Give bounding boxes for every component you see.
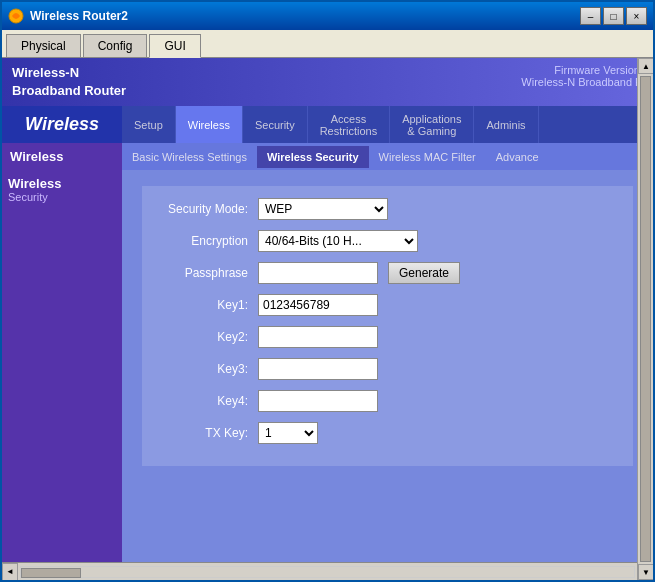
sub-nav-section-title: Wireless xyxy=(10,149,114,164)
nav-wireless[interactable]: Wireless xyxy=(176,106,243,143)
close-button[interactable]: × xyxy=(626,7,647,25)
key3-row: Key3: xyxy=(158,358,617,380)
nav-admin[interactable]: Adminis xyxy=(474,106,538,143)
key1-input[interactable] xyxy=(258,294,378,316)
window-title: Wireless Router2 xyxy=(30,9,580,23)
subnav-basic[interactable]: Basic Wireless Settings xyxy=(122,146,257,168)
tab-physical[interactable]: Physical xyxy=(6,34,81,57)
key4-label: Key4: xyxy=(158,394,248,408)
app-icon xyxy=(8,8,24,24)
key2-input[interactable] xyxy=(258,326,378,348)
security-mode-select[interactable]: WEP Disabled WPA Personal WPA2 Personal xyxy=(258,198,388,220)
main-panel: Wireless Security Security Mode: WEP Dis… xyxy=(2,170,653,562)
router-header: Wireless-N Broadband Router Firmware Ver… xyxy=(2,58,653,106)
txkey-row: TX Key: 1 2 3 4 xyxy=(158,422,617,444)
security-form: Security Mode: WEP Disabled WPA Personal… xyxy=(142,186,633,466)
encryption-label: Encryption xyxy=(158,234,248,248)
passphrase-label: Passphrase xyxy=(158,266,248,280)
subnav-advanced[interactable]: Advance xyxy=(486,146,549,168)
nav-logo: Wireless xyxy=(2,106,122,143)
form-area: Security Mode: WEP Disabled WPA Personal… xyxy=(122,170,653,562)
sub-nav-items: Basic Wireless Settings Wireless Securit… xyxy=(122,143,653,170)
main-window: Wireless Router2 – □ × Physical Config G… xyxy=(0,0,655,582)
passphrase-input[interactable] xyxy=(258,262,378,284)
subnav-wsecurity[interactable]: Wireless Security xyxy=(257,146,369,168)
tab-config[interactable]: Config xyxy=(83,34,148,57)
encryption-row: Encryption 40/64-Bits (10 H... 104/128-B… xyxy=(158,230,617,252)
firmware-info: Firmware Version: Wireless-N Broadband R xyxy=(521,64,643,88)
key3-label: Key3: xyxy=(158,362,248,376)
nav-bar: Wireless Setup Wireless Security Access xyxy=(2,106,653,143)
router-gui: Wireless-N Broadband Router Firmware Ver… xyxy=(2,58,653,580)
minimize-button[interactable]: – xyxy=(580,7,601,25)
scroll-thumb[interactable] xyxy=(640,170,651,562)
window-controls: – □ × xyxy=(580,7,647,25)
h-scroll-thumb[interactable] xyxy=(21,568,81,578)
title-bar: Wireless Router2 – □ × xyxy=(2,2,653,30)
nav-access[interactable]: Access Restrictions xyxy=(308,106,390,143)
sidebar: Wireless Security xyxy=(2,170,122,562)
content-area: Wireless-N Broadband Router Firmware Ver… xyxy=(2,57,653,580)
security-mode-row: Security Mode: WEP Disabled WPA Personal… xyxy=(158,198,617,220)
key4-input[interactable] xyxy=(258,390,378,412)
router-brand: Wireless-N Broadband Router xyxy=(12,64,126,100)
nav-setup[interactable]: Setup xyxy=(122,106,176,143)
encryption-select[interactable]: 40/64-Bits (10 H... 104/128-Bits xyxy=(258,230,418,252)
vertical-scrollbar[interactable]: ▲ ▼ xyxy=(637,170,653,562)
sub-nav: Wireless Basic Wireless Settings Wireles… xyxy=(2,143,653,170)
tab-bar: Physical Config GUI xyxy=(2,30,653,57)
tab-gui[interactable]: GUI xyxy=(149,34,200,58)
nav-items: Setup Wireless Security Access Restricti… xyxy=(122,106,653,143)
txkey-select[interactable]: 1 2 3 4 xyxy=(258,422,318,444)
key1-row: Key1: xyxy=(158,294,617,316)
key1-label: Key1: xyxy=(158,298,248,312)
scroll-left-button[interactable]: ◄ xyxy=(2,563,18,581)
sub-nav-sidebar-header: Wireless xyxy=(2,143,122,170)
nav-applications[interactable]: Applications & Gaming xyxy=(390,106,474,143)
key2-label: Key2: xyxy=(158,330,248,344)
subnav-mac[interactable]: Wireless MAC Filter xyxy=(369,146,486,168)
generate-button[interactable]: Generate xyxy=(388,262,460,284)
h-scroll-track[interactable] xyxy=(20,566,635,578)
key4-row: Key4: xyxy=(158,390,617,412)
maximize-button[interactable]: □ xyxy=(603,7,624,25)
passphrase-row: Passphrase Generate xyxy=(158,262,617,284)
nav-security[interactable]: Security xyxy=(243,106,308,143)
horizontal-scrollbar[interactable]: ◄ ► xyxy=(2,562,653,580)
security-mode-label: Security Mode: xyxy=(158,202,248,216)
key3-input[interactable] xyxy=(258,358,378,380)
key2-row: Key2: xyxy=(158,326,617,348)
txkey-label: TX Key: xyxy=(158,426,248,440)
